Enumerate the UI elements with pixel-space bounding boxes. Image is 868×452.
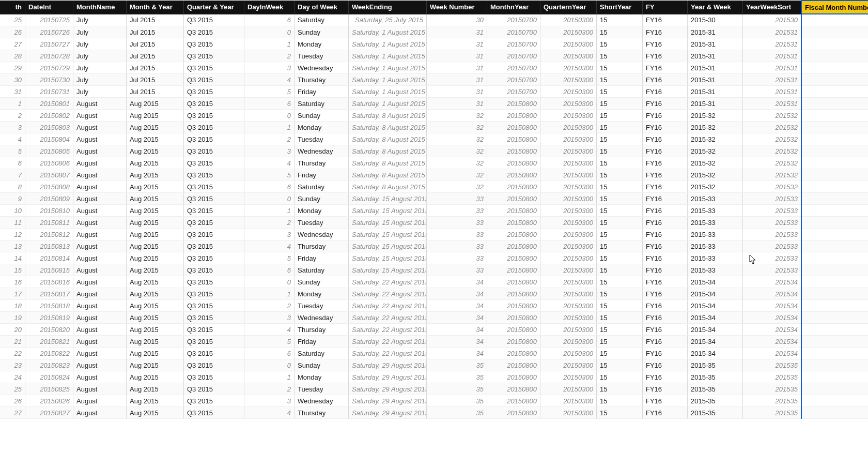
cell-dayofweek[interactable]: Wednesday (295, 145, 349, 157)
cell-quarteryear[interactable]: Q3 2015 (184, 217, 244, 229)
cell-fy[interactable]: FY16 (643, 110, 688, 122)
cell-monthnyear[interactable]: 20150700 (487, 14, 540, 26)
table-row[interactable]: 220150802AugustAug 2015Q3 20150SundaySat… (0, 110, 868, 122)
cell-quarteryear[interactable]: Q3 2015 (184, 229, 244, 240)
cell-quarteryear[interactable]: Q3 2015 (184, 264, 244, 276)
cell-monthname[interactable]: August (73, 145, 127, 157)
cell-shortyear[interactable]: 15 (597, 276, 643, 288)
cell-yearweek[interactable]: 2015-32 (688, 122, 743, 133)
cell-monthnyear[interactable]: 20150800 (487, 395, 540, 407)
cell-yearweek[interactable]: 2015-31 (688, 74, 743, 86)
cell-fy[interactable]: FY16 (643, 169, 688, 181)
table-row[interactable]: 2720150727JulyJul 2015Q3 20151MondaySatu… (0, 38, 868, 50)
cell-weekending[interactable]: Saturday, 1 August 2015 (349, 26, 427, 38)
cell-quarternyear[interactable]: 20150300 (540, 157, 597, 169)
cell-dateint[interactable]: 20150810 (25, 205, 73, 217)
col-header-dateint[interactable]: DateInt (25, 1, 73, 14)
cell-weekending[interactable]: Saturday, 8 August 2015 (349, 122, 427, 133)
cell-fiscal-month-number[interactable]: 2 (801, 276, 868, 288)
cell-fy[interactable]: FY16 (643, 181, 688, 193)
cell-rownum[interactable]: 27 (0, 407, 25, 419)
cell-dayinweek[interactable]: 6 (244, 264, 295, 276)
cell-rownum[interactable]: 29 (0, 62, 25, 74)
cell-shortyear[interactable]: 15 (597, 383, 643, 395)
cell-weekending[interactable]: Saturday, 8 August 2015 (349, 181, 427, 193)
cell-quarternyear[interactable]: 20150300 (540, 169, 597, 181)
cell-weeknumber[interactable]: 31 (427, 98, 487, 110)
cell-weekending[interactable]: Saturday, 15 August 2015 (349, 264, 427, 276)
cell-yearweek[interactable]: 2015-34 (688, 348, 743, 359)
cell-fiscal-month-number[interactable]: 2 (801, 181, 868, 193)
cell-fiscal-month-number[interactable]: 2 (801, 264, 868, 276)
cell-dayofweek[interactable]: Tuesday (295, 133, 349, 145)
cell-monthyear[interactable]: Aug 2015 (127, 252, 184, 264)
cell-fiscal-month-number[interactable]: 1 (801, 26, 868, 38)
cell-quarteryear[interactable]: Q3 2015 (184, 312, 244, 324)
cell-shortyear[interactable]: 15 (597, 252, 643, 264)
cell-weeknumber[interactable]: 35 (427, 407, 487, 419)
cell-quarternyear[interactable]: 20150300 (540, 74, 597, 86)
cell-dateint[interactable]: 20150818 (25, 300, 73, 312)
cell-weeknumber[interactable]: 34 (427, 348, 487, 359)
col-header-monthyear[interactable]: Month & Year (127, 1, 184, 14)
cell-monthyear[interactable]: Aug 2015 (127, 145, 184, 157)
cell-yearweeksort[interactable]: 201532 (743, 122, 802, 133)
cell-monthname[interactable]: August (73, 193, 127, 205)
cell-weeknumber[interactable]: 34 (427, 324, 487, 336)
cell-dayinweek[interactable]: 0 (244, 193, 295, 205)
cell-weeknumber[interactable]: 33 (427, 205, 487, 217)
table-row[interactable]: 1220150812AugustAug 2015Q3 20153Wednesda… (0, 229, 868, 240)
cell-monthnyear[interactable]: 20150800 (487, 98, 540, 110)
cell-fy[interactable]: FY16 (643, 407, 688, 419)
cell-monthnyear[interactable]: 20150800 (487, 157, 540, 169)
cell-fy[interactable]: FY16 (643, 300, 688, 312)
cell-yearweeksort[interactable]: 201532 (743, 181, 802, 193)
table-row[interactable]: 3120150731JulyJul 2015Q3 20155FridaySatu… (0, 86, 868, 98)
cell-dateint[interactable]: 20150730 (25, 74, 73, 86)
cell-quarteryear[interactable]: Q3 2015 (184, 371, 244, 383)
cell-yearweeksort[interactable]: 201534 (743, 276, 802, 288)
cell-fiscal-month-number[interactable]: 2 (801, 324, 868, 336)
cell-shortyear[interactable]: 15 (597, 205, 643, 217)
cell-quarteryear[interactable]: Q3 2015 (184, 407, 244, 419)
cell-weeknumber[interactable]: 31 (427, 26, 487, 38)
cell-rownum[interactable]: 7 (0, 169, 25, 181)
cell-fiscal-month-number[interactable]: 2 (801, 359, 868, 371)
cell-weeknumber[interactable]: 34 (427, 288, 487, 300)
cell-quarteryear[interactable]: Q3 2015 (184, 383, 244, 395)
table-row[interactable]: 2520150725JulyJul 2015Q3 20156SaturdaySa… (0, 14, 868, 26)
cell-monthname[interactable]: August (73, 383, 127, 395)
cell-yearweeksort[interactable]: 201532 (743, 169, 802, 181)
cell-weeknumber[interactable]: 31 (427, 38, 487, 50)
cell-yearweek[interactable]: 2015-35 (688, 383, 743, 395)
cell-quarteryear[interactable]: Q3 2015 (184, 122, 244, 133)
cell-yearweeksort[interactable]: 201533 (743, 229, 802, 240)
cell-monthyear[interactable]: Aug 2015 (127, 288, 184, 300)
cell-dayinweek[interactable]: 0 (244, 359, 295, 371)
cell-weeknumber[interactable]: 33 (427, 193, 487, 205)
cell-dayinweek[interactable]: 1 (244, 371, 295, 383)
cell-monthname[interactable]: August (73, 229, 127, 240)
cell-monthname[interactable]: August (73, 252, 127, 264)
cell-monthname[interactable]: August (73, 133, 127, 145)
cell-yearweeksort[interactable]: 201535 (743, 395, 802, 407)
cell-yearweeksort[interactable]: 201535 (743, 371, 802, 383)
cell-fiscal-month-number[interactable]: 2 (801, 312, 868, 324)
cell-fiscal-month-number[interactable]: 2 (801, 157, 868, 169)
cell-weekending[interactable]: Saturday, 29 August 2015 (349, 395, 427, 407)
cell-shortyear[interactable]: 15 (597, 288, 643, 300)
cell-dateint[interactable]: 20150815 (25, 264, 73, 276)
cell-fiscal-month-number[interactable]: 2 (801, 336, 868, 348)
cell-fy[interactable]: FY16 (643, 62, 688, 74)
cell-weekending[interactable]: Saturday, 15 August 2015 (349, 229, 427, 240)
cell-weeknumber[interactable]: 33 (427, 217, 487, 229)
cell-monthnyear[interactable]: 20150700 (487, 26, 540, 38)
cell-monthnyear[interactable]: 20150700 (487, 74, 540, 86)
cell-quarternyear[interactable]: 20150300 (540, 145, 597, 157)
cell-quarternyear[interactable]: 20150300 (540, 288, 597, 300)
cell-shortyear[interactable]: 15 (597, 169, 643, 181)
table-row[interactable]: 2420150824AugustAug 2015Q3 20151MondaySa… (0, 371, 868, 383)
cell-fiscal-month-number[interactable]: 2 (801, 145, 868, 157)
cell-weeknumber[interactable]: 31 (427, 50, 487, 62)
cell-rownum[interactable]: 15 (0, 264, 25, 276)
